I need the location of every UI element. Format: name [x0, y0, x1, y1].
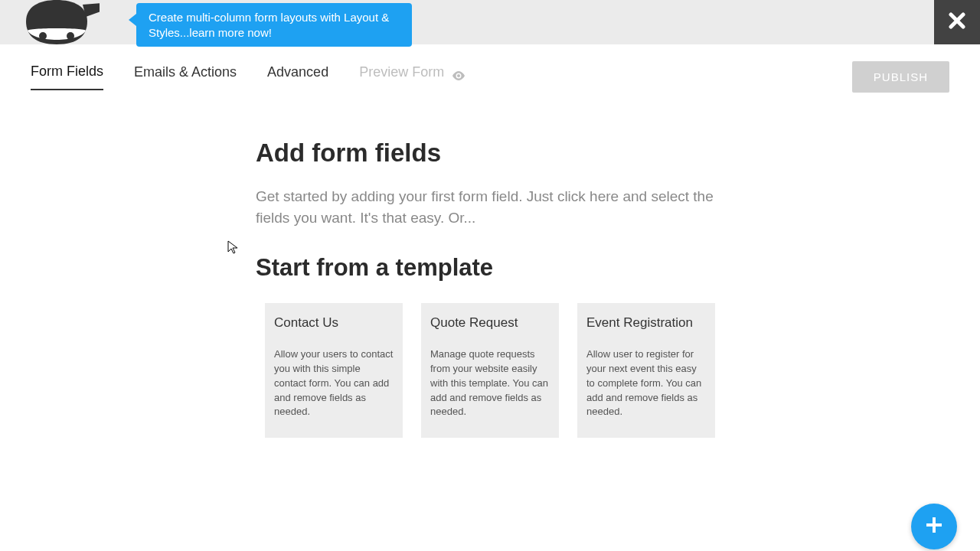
plus-icon — [925, 516, 943, 537]
tab-label: Preview Form — [359, 64, 444, 80]
heading-start-template: Start from a template — [256, 254, 724, 282]
tab-advanced[interactable]: Advanced — [267, 64, 328, 90]
svg-point-0 — [39, 32, 47, 40]
eye-icon — [452, 68, 466, 77]
tab-bar: Form Fields Emails & Actions Advanced Pr… — [0, 44, 980, 93]
card-desc: Manage quote requests from your website … — [430, 347, 550, 419]
card-title: Event Registration — [586, 315, 706, 331]
card-desc: Allow user to register for your next eve… — [586, 347, 706, 419]
tab-label: Emails & Actions — [134, 64, 237, 80]
template-card-quote-request[interactable]: Quote Request Manage quote requests from… — [421, 303, 559, 438]
close-icon — [949, 12, 965, 32]
add-field-fab[interactable] — [911, 504, 957, 549]
card-title: Quote Request — [430, 315, 550, 331]
tab-preview-form[interactable]: Preview Form — [359, 64, 466, 90]
template-card-contact-us[interactable]: Contact Us Allow your users to contact y… — [265, 303, 403, 438]
subtext: Get started by adding your first form fi… — [256, 186, 724, 228]
svg-point-2 — [457, 74, 460, 77]
tab-label: Form Fields — [31, 64, 103, 79]
publish-button[interactable]: PUBLISH — [852, 61, 949, 93]
publish-label: PUBLISH — [874, 70, 928, 83]
ninja-logo — [14, 0, 98, 44]
top-bar: Create multi-column form layouts with La… — [0, 0, 980, 44]
tab-form-fields[interactable]: Form Fields — [31, 64, 103, 90]
heading-add-form-fields: Add form fields — [256, 139, 724, 168]
template-cards: Contact Us Allow your users to contact y… — [265, 303, 724, 438]
close-button[interactable] — [934, 0, 980, 44]
template-card-event-registration[interactable]: Event Registration Allow user to registe… — [577, 303, 715, 438]
card-desc: Allow your users to contact you with thi… — [274, 347, 394, 419]
svg-point-1 — [67, 32, 74, 40]
main-content: Add form fields Get started by adding yo… — [0, 93, 980, 438]
promo-text: Create multi-column form layouts with La… — [149, 11, 389, 39]
tab-label: Advanced — [267, 64, 328, 80]
promo-tooltip[interactable]: Create multi-column form layouts with La… — [136, 3, 412, 47]
tab-emails-actions[interactable]: Emails & Actions — [134, 64, 237, 90]
card-title: Contact Us — [274, 315, 394, 331]
